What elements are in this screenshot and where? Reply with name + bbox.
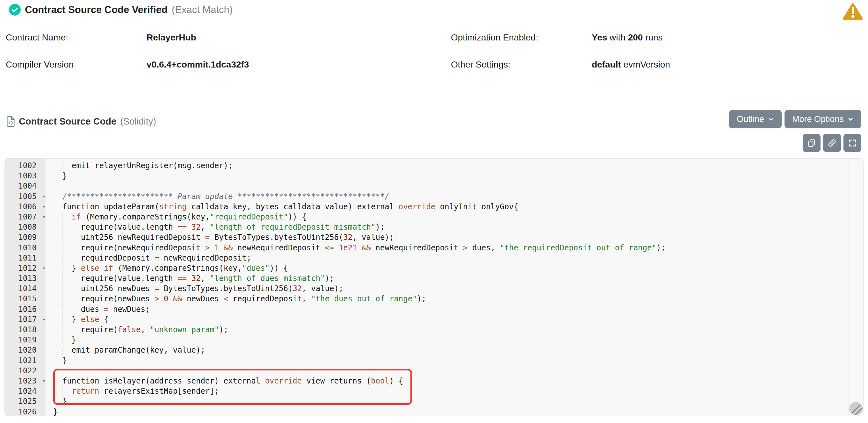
line-number: 1011 xyxy=(5,253,37,263)
code-line: 1008 require(value.length == 32, "length… xyxy=(5,222,863,232)
code-line: 1020 emit paramChange(key, value); xyxy=(5,345,863,355)
fold-gutter-space xyxy=(37,325,51,335)
code-line: 1013 require(value.length == 32, "length… xyxy=(5,273,863,284)
line-number: 1009 xyxy=(5,232,37,242)
code-text: emit relayerUnRegister(msg.sender); xyxy=(51,161,233,171)
compiler-version-value: v0.6.4+commit.1dca32f3 xyxy=(147,60,249,70)
more-options-button-label: More Options xyxy=(792,115,844,124)
source-section-header: Contract Source Code (Solidity) xyxy=(6,112,156,131)
line-number: 1005 xyxy=(5,191,37,202)
line-number: 1012 xyxy=(5,263,37,273)
compiler-version-row: Compiler Version v0.6.4+commit.1dca32f3 xyxy=(6,51,420,78)
code-text: uint256 newDues = BytesToTypes.bytesToUi… xyxy=(51,284,343,294)
copy-source-button[interactable] xyxy=(803,134,820,152)
code-text: require(false, "unknown param"); xyxy=(51,325,228,335)
contract-name-value: RelayerHub xyxy=(147,32,196,43)
line-number: 1008 xyxy=(5,222,37,232)
code-text: } else { xyxy=(51,314,108,325)
fold-gutter-space xyxy=(37,243,51,253)
fold-gutter-space xyxy=(37,345,51,355)
code-line: 1025 } xyxy=(5,396,863,406)
optimization-label: Optimization Enabled: xyxy=(451,32,592,43)
file-code-icon xyxy=(6,116,15,127)
fold-gutter-space xyxy=(37,335,51,345)
fullscreen-icon xyxy=(848,138,857,148)
line-number: 1019 xyxy=(5,335,37,345)
code-text: /*********************** Param update **… xyxy=(51,191,390,202)
code-line: 1024 return relayersExistMap[sender]; xyxy=(5,386,863,396)
line-number: 1007 xyxy=(5,212,37,222)
fullscreen-button[interactable] xyxy=(843,134,861,152)
fold-gutter-space xyxy=(37,253,51,263)
code-line: 1004 xyxy=(5,181,863,191)
code-text xyxy=(51,181,53,191)
more-options-button[interactable]: More Options xyxy=(784,110,861,128)
link-icon xyxy=(828,138,836,148)
code-line: 1012▾ } else if (Memory.compareStrings(k… xyxy=(5,263,863,273)
fold-toggle-icon[interactable]: ▾ xyxy=(37,202,51,212)
line-number: 1020 xyxy=(5,345,37,355)
line-number: 1002 xyxy=(5,161,37,171)
code-viewport[interactable]: 1002 emit relayerUnRegister(msg.sender);… xyxy=(5,159,863,416)
fold-toggle-icon[interactable]: ▾ xyxy=(37,263,51,273)
chevron-down-icon xyxy=(847,116,854,122)
verified-title: Contract Source Code Verified xyxy=(25,4,167,15)
match-type-label: (Exact Match) xyxy=(172,4,232,15)
line-number: 1016 xyxy=(5,304,37,314)
warning-icon[interactable] xyxy=(842,1,864,22)
outline-button[interactable]: Outline xyxy=(729,110,782,128)
fold-toggle-icon[interactable]: ▾ xyxy=(37,191,51,202)
fold-gutter-space xyxy=(37,181,51,191)
fold-gutter-space xyxy=(37,284,51,294)
code-text xyxy=(51,366,53,376)
line-number: 1006 xyxy=(5,202,37,212)
code-text: if (Memory.compareStrings(key,"requiredD… xyxy=(51,212,307,222)
code-text: } xyxy=(51,396,67,406)
fold-gutter-space xyxy=(37,232,51,242)
code-line: 1022 xyxy=(5,366,863,376)
line-number: 1004 xyxy=(5,181,37,191)
code-line: 1006▾ function updateParam(string callda… xyxy=(5,202,863,212)
line-number: 1003 xyxy=(5,171,37,181)
verified-header: Contract Source Code Verified (Exact Mat… xyxy=(9,4,232,15)
code-text: return relayersExistMap[sender]; xyxy=(51,386,219,396)
fold-gutter-space xyxy=(37,273,51,284)
code-line: 1015 require(newDues > 0 && newDues < re… xyxy=(5,294,863,304)
code-line: 1019 } xyxy=(5,335,863,345)
code-text: require(value.length == 32, "length of d… xyxy=(51,273,334,284)
code-text: } xyxy=(51,171,67,181)
line-number: 1021 xyxy=(5,355,37,366)
info-column-left: Contract Name: RelayerHub Compiler Versi… xyxy=(6,24,420,78)
compiler-version-label: Compiler Version xyxy=(6,60,147,70)
contract-info-grid: Contract Name: RelayerHub Compiler Versi… xyxy=(6,24,865,78)
line-number: 1017 xyxy=(5,314,37,325)
code-line: 1026} xyxy=(5,407,863,417)
fold-gutter-space xyxy=(37,161,51,171)
code-line: 1016 dues = newDues; xyxy=(5,304,863,314)
code-line: 1014 uint256 newDues = BytesToTypes.byte… xyxy=(5,284,863,294)
line-number: 1018 xyxy=(5,325,37,335)
code-text: function isRelayer(address sender) exter… xyxy=(51,376,403,386)
resize-grip[interactable] xyxy=(848,401,864,416)
line-number: 1014 xyxy=(5,284,37,294)
code-text: function updateParam(string calldata key… xyxy=(51,202,518,212)
fold-toggle-icon[interactable]: ▾ xyxy=(37,212,51,222)
code-text: dues = newDues; xyxy=(51,304,150,314)
fold-gutter-space xyxy=(37,366,51,376)
code-line: 1018 require(false, "unknown param"); xyxy=(5,325,863,335)
chevron-down-icon xyxy=(768,116,774,122)
line-number: 1023 xyxy=(5,376,37,386)
fold-toggle-icon[interactable]: ▾ xyxy=(37,314,51,325)
code-line: 1003 } xyxy=(5,171,863,181)
optimization-value: Yes with 200 runs xyxy=(592,32,663,43)
fold-toggle-icon[interactable]: ▾ xyxy=(37,376,51,386)
fold-gutter-space xyxy=(37,396,51,406)
fold-gutter-space xyxy=(37,386,51,396)
permalink-button[interactable] xyxy=(823,134,841,152)
code-text: require(newDues > 0 && newDues < require… xyxy=(51,294,426,304)
source-language-label: (Solidity) xyxy=(120,116,156,127)
code-text: } xyxy=(51,355,67,366)
copy-icon xyxy=(807,138,816,148)
code-action-buttons xyxy=(803,134,861,152)
code-text: emit paramChange(key, value); xyxy=(51,345,205,355)
